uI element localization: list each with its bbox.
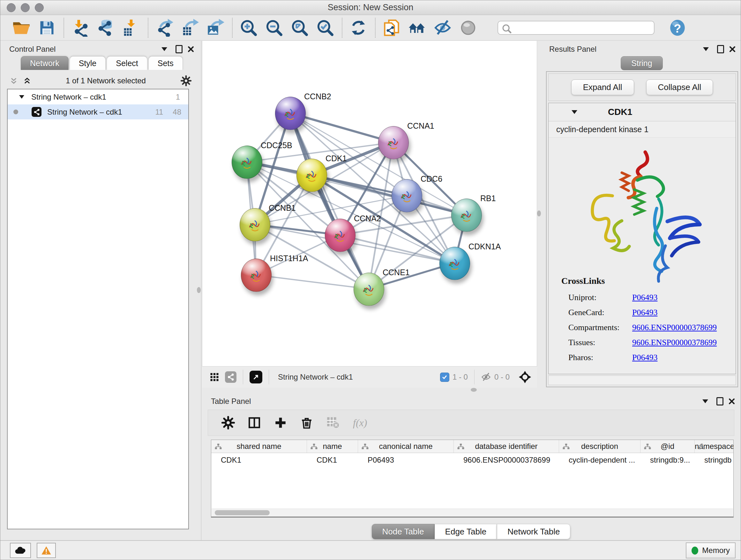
results-scrollbar[interactable] bbox=[548, 375, 736, 385]
network-canvas[interactable]: CCNB2CCNA1CDC25BCDK1CDC6RB1CCNB1CCNA2CDK… bbox=[202, 41, 537, 367]
tab-style[interactable]: Style bbox=[70, 56, 106, 70]
column-header-canonical-name[interactable]: canonical name bbox=[358, 440, 454, 453]
open-session-button[interactable] bbox=[11, 17, 31, 38]
cloud-status-button[interactable] bbox=[10, 543, 31, 558]
table-horizontal-scrollbar[interactable] bbox=[212, 509, 733, 516]
close-panel-icon[interactable] bbox=[729, 46, 736, 52]
import-network-from-file-button[interactable] bbox=[70, 17, 90, 38]
column-header-label: database identifier bbox=[475, 442, 537, 451]
zoom-fit-button[interactable] bbox=[289, 17, 310, 38]
collapse-all-button[interactable]: Collapse All bbox=[646, 79, 713, 95]
birdseye-view-icon[interactable] bbox=[210, 372, 219, 382]
network-node-cdkn1a[interactable] bbox=[440, 247, 470, 280]
expand-all-button[interactable]: Expand All bbox=[571, 79, 634, 95]
crosslink-link[interactable]: 9606.ENSP00000378699 bbox=[632, 323, 717, 332]
network-node-cdc25b[interactable] bbox=[232, 145, 262, 179]
crosslink-link[interactable]: 9606.ENSP00000378699 bbox=[632, 338, 717, 348]
table-row[interactable]: CDK1CDK1P064939606.ENSP00000378699cyclin… bbox=[211, 453, 733, 467]
tab-network-table[interactable]: Network Table bbox=[497, 524, 570, 539]
collapse-panel-icon[interactable] bbox=[161, 47, 167, 51]
network-collection-row[interactable]: String Network – cdk1 1 bbox=[8, 89, 188, 105]
protein-structure-thumbnail bbox=[457, 206, 475, 225]
zoom-out-button[interactable] bbox=[264, 17, 284, 38]
collapse-panel-icon[interactable] bbox=[703, 47, 709, 51]
network-node-rb1[interactable] bbox=[451, 199, 482, 232]
memory-button[interactable]: Memory bbox=[686, 543, 736, 558]
export-table-button[interactable] bbox=[180, 17, 200, 38]
export-arrow-icon bbox=[186, 19, 199, 27]
network-options-gear-icon[interactable] bbox=[181, 75, 192, 86]
column-header-namespace[interactable]: namespace bbox=[695, 440, 734, 453]
tab-sets[interactable]: Sets bbox=[148, 56, 183, 70]
table-settings-gear-icon[interactable] bbox=[221, 416, 235, 429]
collapse-all-icon[interactable] bbox=[10, 77, 17, 84]
network-node-ccne1[interactable] bbox=[354, 273, 384, 306]
magnifier-icon bbox=[267, 21, 281, 35]
network-node-hist1h1a[interactable] bbox=[241, 259, 272, 292]
save-session-button[interactable] bbox=[37, 17, 57, 38]
tab-network[interactable]: Network bbox=[21, 56, 69, 70]
column-header-name[interactable]: name bbox=[307, 440, 358, 453]
search-input[interactable] bbox=[497, 21, 655, 35]
network-node-ccnb2[interactable] bbox=[275, 97, 306, 130]
network-overview-icon[interactable] bbox=[225, 371, 237, 383]
tab-node-table[interactable]: Node Table bbox=[372, 524, 434, 539]
tab-string[interactable]: String bbox=[621, 56, 663, 70]
zoom-in-button[interactable] bbox=[239, 17, 259, 38]
save-floppy-icon bbox=[39, 19, 55, 36]
crosslink-link[interactable]: P06493 bbox=[632, 353, 657, 362]
horizontal-splitter-handle[interactable] bbox=[471, 388, 477, 392]
column-header-label: shared name bbox=[237, 442, 281, 451]
float-panel-icon[interactable] bbox=[176, 45, 183, 53]
right-splitter-handle[interactable] bbox=[537, 210, 541, 216]
column-header-database-identifier[interactable]: database identifier bbox=[454, 440, 559, 453]
selected-items-checkbox[interactable] bbox=[440, 373, 449, 382]
clone-network-button[interactable] bbox=[381, 17, 402, 38]
warning-icon bbox=[41, 546, 51, 555]
export-network-button[interactable] bbox=[154, 17, 175, 38]
warning-status-button[interactable] bbox=[37, 543, 56, 558]
crosslink-link[interactable]: P06493 bbox=[632, 293, 657, 302]
disabled-eye-icon bbox=[460, 19, 476, 36]
show-graphics-details-button[interactable] bbox=[458, 17, 478, 38]
close-panel-icon[interactable] bbox=[729, 398, 735, 405]
import-table-from-file-button[interactable] bbox=[121, 17, 141, 38]
gene-description: cyclin-dependent kinase 1 bbox=[549, 121, 736, 138]
column-header-@id[interactable]: @id bbox=[641, 440, 695, 453]
collection-expander-icon[interactable] bbox=[19, 95, 24, 99]
expand-all-icon[interactable] bbox=[23, 77, 31, 84]
show-columns-icon[interactable] bbox=[248, 416, 261, 429]
close-panel-icon[interactable] bbox=[188, 46, 194, 52]
network-node-cdc6[interactable] bbox=[392, 179, 422, 212]
column-header-description[interactable]: description bbox=[559, 440, 641, 453]
first-neighbors-button[interactable] bbox=[407, 17, 427, 38]
network-node-ccnb1[interactable] bbox=[240, 208, 270, 241]
float-panel-icon[interactable] bbox=[717, 45, 724, 53]
open-in-window-icon[interactable] bbox=[250, 371, 262, 383]
column-header-shared-name[interactable]: shared name bbox=[211, 440, 307, 453]
network-node-ccna1[interactable] bbox=[378, 126, 409, 159]
left-splitter-handle[interactable] bbox=[197, 287, 201, 293]
delete-column-trash-icon[interactable] bbox=[300, 416, 313, 429]
crosslink-link[interactable]: P06493 bbox=[632, 308, 657, 317]
help-button[interactable]: ? bbox=[667, 17, 688, 38]
float-panel-icon[interactable] bbox=[717, 397, 724, 406]
scrollbar-thumb[interactable] bbox=[215, 510, 270, 515]
export-image-button[interactable] bbox=[205, 17, 226, 38]
hide-selected-button[interactable] bbox=[432, 17, 453, 38]
section-expander-icon[interactable] bbox=[571, 110, 577, 114]
network-node-cdk1[interactable] bbox=[296, 159, 327, 192]
zoom-selected-button[interactable] bbox=[315, 17, 335, 38]
network-row-selected[interactable]: String Network – cdk1 11 48 bbox=[8, 105, 188, 119]
table-cell: CDK1 bbox=[307, 455, 358, 464]
collapse-panel-icon[interactable] bbox=[702, 399, 708, 403]
import-network-from-database-button[interactable] bbox=[95, 17, 116, 38]
pan-crosshair-icon[interactable] bbox=[519, 371, 531, 383]
create-column-icon[interactable] bbox=[274, 416, 287, 429]
protein-structure-thumbnail bbox=[281, 105, 299, 123]
titlebar: Session: New Session bbox=[0, 0, 741, 15]
refresh-layout-button[interactable] bbox=[348, 17, 368, 38]
network-node-ccna2[interactable] bbox=[325, 219, 355, 252]
tab-edge-table[interactable]: Edge Table bbox=[434, 524, 497, 539]
tab-select[interactable]: Select bbox=[107, 56, 147, 70]
